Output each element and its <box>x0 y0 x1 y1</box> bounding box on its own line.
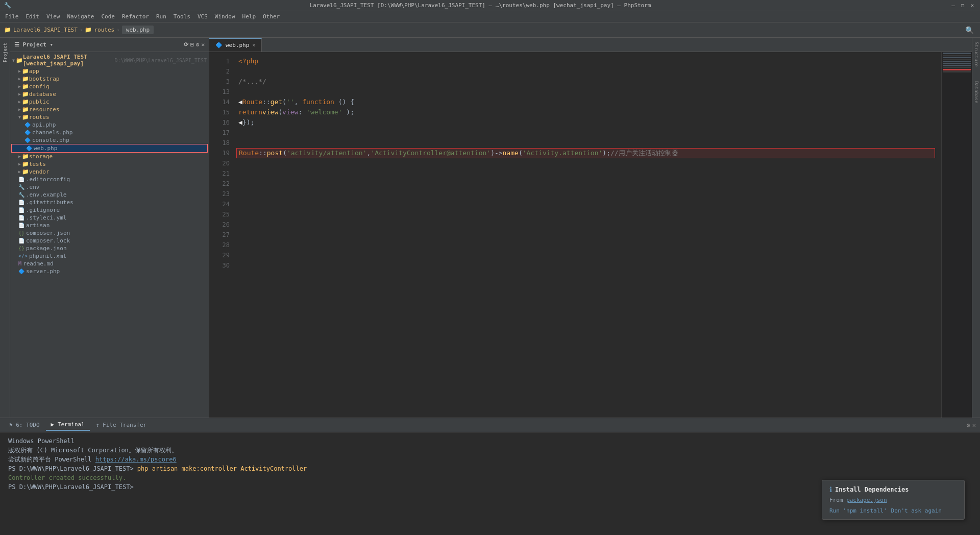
code-line-18 <box>238 138 935 148</box>
line-num-3: 3 <box>211 77 230 87</box>
minimap-highlight-line <box>943 69 971 70</box>
notification-action-dont-ask-again[interactable]: Don't ask again <box>891 507 942 514</box>
minimap-line <box>943 59 971 60</box>
tree-item-composer-json[interactable]: {}composer.json <box>10 229 209 237</box>
tree-item-bootstrap[interactable]: ▶📁 bootstrap <box>10 75 209 83</box>
tree-item-server-php[interactable]: 🔷server.php <box>10 268 209 275</box>
tree-item--env[interactable]: 🔧.env <box>10 183 209 191</box>
close-button[interactable]: ✕ <box>968 2 976 9</box>
project-settings-icon[interactable]: ⚙ <box>196 41 200 48</box>
terminal-line: Windows PowerShell <box>8 436 972 446</box>
line-num-26: 26 <box>211 220 230 230</box>
menu-view[interactable]: View <box>43 12 63 21</box>
search-button[interactable]: 🔍 <box>963 25 976 35</box>
tree-item-routes[interactable]: ▼📁 routes <box>10 113 209 121</box>
notification-link[interactable]: package.json <box>846 497 887 503</box>
tree-item-config[interactable]: ▶📁 config <box>10 83 209 90</box>
tree-item-web-php[interactable]: 🔷web.php <box>11 144 208 153</box>
tab-file-transfer[interactable]: ↕ File Transfer <box>91 420 152 430</box>
code-line-2 <box>238 66 935 77</box>
code-line-23 <box>238 189 935 199</box>
notification-header: ℹ Install Dependencies <box>829 485 957 494</box>
code-line-15: return view(view: 'welcome' ); <box>238 107 935 117</box>
tab-terminal[interactable]: ▶ Terminal <box>46 419 90 431</box>
project-close-icon[interactable]: ✕ <box>201 41 205 48</box>
menu-navigate[interactable]: Navigate <box>64 12 97 21</box>
code-line-16: ◀}); <box>238 117 935 128</box>
menu-run[interactable]: Run <box>153 12 169 21</box>
menu-code[interactable]: Code <box>98 12 118 21</box>
breadcrumb-sep-1: › <box>80 27 83 33</box>
tab-todo[interactable]: ⚑ 6: TODO <box>4 420 45 430</box>
tree-item--gitignore[interactable]: 📄.gitignore <box>10 206 209 214</box>
tree-item--env-example[interactable]: 🔧.env.example <box>10 191 209 199</box>
window-controls: — ❐ ✕ <box>949 2 976 9</box>
code-line-22 <box>238 179 935 189</box>
tree-item-phpunit-xml[interactable]: </>phpunit.xml <box>10 252 209 260</box>
code-line-1: <?php <box>238 56 935 66</box>
minimize-button[interactable]: — <box>949 2 957 9</box>
menu-vcs[interactable]: VCS <box>194 12 211 21</box>
terminal-settings-icon[interactable]: ⚙ <box>967 422 970 429</box>
tree-item-artisan[interactable]: 📄artisan <box>10 222 209 229</box>
tree-item-readme-md[interactable]: Mreadme.md <box>10 260 209 268</box>
project-header: ☰ Project ▾ ⟳ ⊟ ⚙ ✕ <box>10 38 209 52</box>
menu-edit[interactable]: Edit <box>23 12 43 21</box>
tree-item-resources[interactable]: ▶📁 resources <box>10 106 209 113</box>
minimap-line <box>943 71 971 72</box>
tree-item-app[interactable]: ▶📁 app <box>10 67 209 75</box>
menu-window[interactable]: Window <box>212 12 238 21</box>
code-line-20 <box>238 158 935 168</box>
tree-item-tests[interactable]: ▶📁 tests <box>10 160 209 168</box>
tree-item-vendor[interactable]: ▶📁 vendor <box>10 168 209 176</box>
database-tab[interactable]: Database <box>973 79 980 105</box>
menu-tools[interactable]: Tools <box>170 12 193 21</box>
menu-refactor[interactable]: Refactor <box>119 12 152 21</box>
menu-other[interactable]: Other <box>260 12 283 21</box>
code-line-19: Route::post('activity/attention','Activi… <box>236 148 935 158</box>
project-panel: ☰ Project ▾ ⟳ ⊟ ⚙ ✕ ▼📁 Laravel6_JSAPI_TE… <box>10 38 209 418</box>
tree-item--editorconfig[interactable]: 📄.editorconfig <box>10 176 209 183</box>
line-numbers: 123131415161718192021222324252627282930 <box>209 52 232 418</box>
menu-help[interactable]: Help <box>239 12 259 21</box>
maximize-button[interactable]: ❐ <box>959 2 967 9</box>
project-collapse-icon[interactable]: ⊟ <box>190 41 194 48</box>
code-line-28 <box>238 240 935 250</box>
terminal-tab-bar: ⚑ 6: TODO ▶ Terminal ↕ File Transfer ⚙ ✕ <box>0 418 980 432</box>
notification-action-run-npm-install[interactable]: Run 'npm install' <box>829 507 887 514</box>
tree-item-storage[interactable]: ▶📁 storage <box>10 153 209 160</box>
minimap <box>941 52 972 418</box>
terminal-close-icon[interactable]: ✕ <box>972 422 976 429</box>
tab-close-icon[interactable]: × <box>252 42 255 48</box>
tab-web-php[interactable]: 🔷 web.php × <box>209 38 262 52</box>
tree-item-composer-lock[interactable]: 📄composer.lock <box>10 237 209 245</box>
code-line-14: ◀ Route::get('', function () { <box>238 97 935 107</box>
pscore-link[interactable]: https://aka.ms/pscore6 <box>95 456 177 463</box>
minimap-line <box>943 63 971 64</box>
project-header-icons: ⟳ ⊟ ⚙ ✕ <box>184 41 205 48</box>
menu-bar: FileEditViewNavigateCodeRefactorRunTools… <box>0 11 980 22</box>
tree-item-api-php[interactable]: 🔷api.php <box>10 121 209 129</box>
editor-content: 123131415161718192021222324252627282930 … <box>209 52 972 418</box>
project-sync-icon[interactable]: ⟳ <box>184 41 188 48</box>
minimap-line <box>943 53 971 54</box>
tree-item--gitattributes[interactable]: 📄.gitattributes <box>10 199 209 206</box>
project-tab[interactable]: Project <box>2 40 9 65</box>
title-bar: 🔧 Laravel6_JSAPI_TEST [D:\WWW\PHP\Larave… <box>0 0 980 11</box>
tree-item-package-json[interactable]: {}package.json <box>10 245 209 252</box>
line-num-23: 23 <box>211 189 230 199</box>
tree-item-database[interactable]: ▶📁 database <box>10 90 209 98</box>
structure-panel-tab[interactable]: Structure <box>973 40 980 69</box>
menu-file[interactable]: File <box>2 12 22 21</box>
tree-item--styleci-yml[interactable]: 📄.styleci.yml <box>10 214 209 222</box>
line-num-15: 15 <box>211 107 230 117</box>
line-num-14: 14 <box>211 97 230 107</box>
code-editor[interactable]: <?php/*...*/◀ Route::get('', function ()… <box>232 52 941 418</box>
code-line-29 <box>238 250 935 260</box>
tree-item-console-php[interactable]: 🔷console.php <box>10 136 209 144</box>
tree-item-channels-php[interactable]: 🔷channels.php <box>10 129 209 136</box>
breadcrumb-file: web.php <box>122 26 154 34</box>
tree-root[interactable]: ▼📁 Laravel6_JSAPI_TEST [wechat_jsapi_pay… <box>10 53 209 67</box>
tree-item-public[interactable]: ▶📁 public <box>10 98 209 106</box>
left-panel-strip: Project <box>0 38 10 418</box>
